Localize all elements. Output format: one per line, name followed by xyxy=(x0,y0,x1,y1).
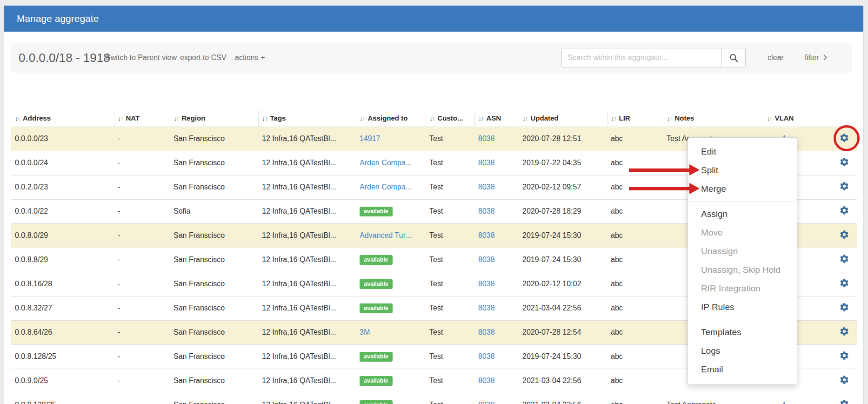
cell-asn: 8038 xyxy=(474,175,519,199)
window-titlebar: Manage aggregate xyxy=(4,6,863,32)
column-header-notes[interactable]: ↓↑Notes xyxy=(663,110,763,127)
row-settings-gear-button[interactable] xyxy=(839,229,849,240)
row-settings-gear-button[interactable] xyxy=(839,399,849,404)
cell-lir: abc xyxy=(607,369,663,393)
cell-asn: 8038 xyxy=(474,393,519,404)
cell-tags: 12 Infra,16 QATestBl... xyxy=(258,175,356,199)
column-header-nat[interactable]: ↓↑NAT xyxy=(114,110,170,127)
search-input[interactable] xyxy=(561,48,722,67)
cell-address: 0.0.8.0/29 xyxy=(11,223,114,248)
menu-item-assign[interactable]: Assign xyxy=(688,205,797,223)
export-csv-button[interactable]: export to CSV xyxy=(180,43,227,73)
asn-link[interactable]: 8038 xyxy=(478,352,495,360)
asn-link[interactable]: 8038 xyxy=(478,231,495,239)
assigned-link[interactable]: Arden Compa... xyxy=(360,159,412,167)
menu-item-unassign-skip-hold: Unassign, Skip Hold xyxy=(688,261,797,279)
gear-icon xyxy=(839,229,849,240)
cell-actions xyxy=(805,199,857,223)
asn-link[interactable]: 8038 xyxy=(478,207,495,215)
cell-asn: 8038 xyxy=(474,344,519,369)
assigned-link[interactable]: 3M xyxy=(360,328,370,336)
assigned-link[interactable]: 14917 xyxy=(360,135,381,142)
cell-assigned-to: available xyxy=(356,393,426,404)
menu-item-merge[interactable]: Merge xyxy=(688,180,797,198)
column-header-custo[interactable]: ↓↑Custo... xyxy=(426,110,474,127)
cell-customer: Test xyxy=(426,199,474,223)
asn-link[interactable]: 8038 xyxy=(478,377,495,384)
column-header-assigned-to[interactable]: ↓↑Assigned to xyxy=(356,110,426,127)
cell-address: 0.0.0.0/23 xyxy=(11,127,114,151)
column-header-updated[interactable]: ↓↑Updated xyxy=(519,110,607,127)
cell-nat: - xyxy=(114,320,170,344)
column-header-tags[interactable]: ↓↑Tags xyxy=(258,110,356,127)
actions-menu-button[interactable]: actions + xyxy=(235,43,265,73)
asn-link[interactable]: 8038 xyxy=(478,328,495,336)
asn-link[interactable]: 8038 xyxy=(478,401,495,404)
asn-link[interactable]: 8038 xyxy=(478,183,495,191)
assigned-link[interactable]: Advanced Tur... xyxy=(360,231,411,239)
cell-region: San Franscisco xyxy=(170,272,258,296)
row-settings-gear-button[interactable] xyxy=(839,375,849,385)
sort-icon: ↓↑ xyxy=(611,115,616,122)
cell-tags: 12 Infra,16 QATestBl... xyxy=(258,393,356,404)
menu-item-move: Move xyxy=(688,223,797,242)
cell-asn: 8038 xyxy=(474,369,519,393)
row-settings-gear-button[interactable] xyxy=(839,278,849,288)
column-header-address[interactable]: ↓↑Address xyxy=(11,110,114,127)
cell-tags: 12 Infra,16 QATestBl... xyxy=(258,151,356,175)
row-settings-gear-button[interactable] xyxy=(839,326,849,337)
row-settings-gear-button[interactable] xyxy=(839,181,849,191)
asn-link[interactable]: 8038 xyxy=(478,159,495,167)
menu-divider xyxy=(688,202,797,202)
gear-icon xyxy=(839,205,849,215)
context-menu: EditSplitMergeAssignMoveUnassignUnassign… xyxy=(688,137,797,385)
asn-link[interactable]: 8038 xyxy=(478,280,495,288)
column-header-vlan[interactable]: ↓↑VLAN xyxy=(763,110,805,127)
available-badge: available xyxy=(360,279,393,289)
cell-tags: 12 Infra,16 QATestBl... xyxy=(258,272,356,296)
gear-icon xyxy=(839,157,849,167)
row-settings-gear-button[interactable] xyxy=(839,350,849,361)
filter-button[interactable]: filter xyxy=(805,43,826,73)
cell-updated: 2019-07-24 15:30 xyxy=(519,223,607,248)
column-header-region[interactable]: ↓↑Region xyxy=(170,110,258,127)
row-settings-gear-button[interactable] xyxy=(839,205,849,215)
cell-actions xyxy=(805,344,857,369)
row-settings-gear-button[interactable] xyxy=(839,254,849,264)
cell-region: San Franscisco xyxy=(170,175,258,199)
cell-customer: Test xyxy=(426,223,474,248)
asn-link[interactable]: 8038 xyxy=(478,135,495,142)
cell-assigned-to: available xyxy=(356,296,426,320)
menu-item-split[interactable]: Split xyxy=(688,161,797,180)
cell-address: 0.0.9.128/25 xyxy=(11,393,114,404)
column-header-actions xyxy=(805,110,857,127)
table-row: 0.0.9.128/25-San Franscisco12 Infra,16 Q… xyxy=(11,393,857,404)
cell-notes: Test Aggregate xyxy=(663,393,763,404)
row-settings-gear-button[interactable] xyxy=(839,302,849,312)
row-settings-gear-button[interactable] xyxy=(839,157,849,167)
asn-link[interactable]: 8038 xyxy=(478,256,495,263)
cell-asn: 8038 xyxy=(474,248,519,272)
menu-item-ip-rules[interactable]: IP Rules xyxy=(688,298,797,316)
cell-assigned-to: available xyxy=(356,248,426,272)
cell-tags: 12 Infra,16 QATestBl... xyxy=(258,344,356,369)
column-header-asn[interactable]: ↓↑ASN xyxy=(474,110,519,127)
switch-parent-view-button[interactable]: Switch to Parent view xyxy=(106,43,177,73)
clear-button[interactable]: clear xyxy=(768,43,784,73)
asn-link[interactable]: 8038 xyxy=(478,304,495,312)
menu-item-logs[interactable]: Logs xyxy=(688,342,797,360)
vlan-link[interactable]: 4 xyxy=(782,401,786,404)
menu-item-email[interactable]: Email xyxy=(688,360,797,379)
cell-actions xyxy=(805,296,857,320)
sort-icon: ↓↑ xyxy=(667,115,672,122)
menu-item-templates[interactable]: Templates xyxy=(688,323,797,342)
gear-icon xyxy=(839,302,849,312)
cell-nat: - xyxy=(114,199,170,223)
available-badge: available xyxy=(360,400,393,404)
cell-nat: - xyxy=(114,393,170,404)
search-button[interactable] xyxy=(721,48,746,67)
cell-customer: Test xyxy=(426,248,474,272)
menu-item-edit[interactable]: Edit xyxy=(688,142,797,161)
column-header-lir[interactable]: ↓↑LIR xyxy=(607,110,663,127)
assigned-link[interactable]: Arden Compa... xyxy=(360,183,412,191)
